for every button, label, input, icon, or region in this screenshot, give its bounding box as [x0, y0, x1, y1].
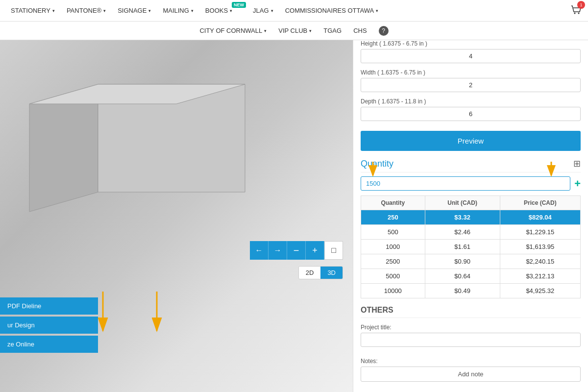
nav-commissionaires[interactable]: COMMISSIONAIRES OTTAWA ▾: [279, 0, 385, 21]
price-cell: $2,240.15: [500, 254, 580, 269]
depth-field-group: Depth ( 1.6375 - 11.8 in ): [361, 98, 581, 121]
add-note-button[interactable]: Add note: [361, 367, 581, 382]
project-title-input[interactable]: [361, 333, 581, 347]
chevron-down-icon: ▾: [230, 8, 232, 13]
notes-label: Notes:: [361, 358, 581, 365]
grid-icon[interactable]: ⊞: [573, 158, 581, 169]
toggle-3d[interactable]: 3D: [320, 267, 343, 279]
table-row[interactable]: 2500 $0.90 $2,240.15: [361, 254, 581, 269]
second-navigation: CITY OF CORNWALL ▾ VIP CLUB ▾ TGAG CHS ?: [0, 22, 588, 40]
svg-point-1: [578, 13, 580, 14]
chevron-down-icon: ▾: [148, 8, 151, 13]
product-preview-panel: ← → − + □ 2D 3D PDF Dieline ur Design ze…: [0, 40, 353, 392]
width-field-group: Width ( 1.6375 - 6.75 in ): [361, 69, 581, 92]
new-badge: NEW: [232, 2, 246, 8]
chevron-down-icon: ▾: [264, 28, 267, 33]
cart-button[interactable]: 1: [569, 3, 583, 18]
quantity-input-section: +: [361, 176, 581, 191]
nav-cornwall[interactable]: CITY OF CORNWALL ▾: [194, 22, 272, 40]
nav-jlag[interactable]: JLAG ▾: [247, 0, 279, 21]
nav-stationery[interactable]: STATIONERY ▾: [5, 0, 61, 21]
action-buttons-panel: PDF Dieline ur Design ze Online: [0, 297, 98, 353]
price-cell: $829.04: [500, 210, 580, 225]
height-label: Height ( 1.6375 - 6.75 in ): [361, 40, 581, 47]
customize-online-button[interactable]: ze Online: [0, 336, 98, 353]
quantity-input[interactable]: [361, 176, 570, 191]
forward-button[interactable]: →: [269, 241, 287, 260]
nav-signage[interactable]: SIGNAGE ▾: [112, 0, 157, 21]
qty-cell: 2500: [361, 254, 425, 269]
pdf-dieline-button[interactable]: PDF Dieline: [0, 297, 98, 315]
price-cell: $1,229.15: [500, 225, 580, 240]
table-row[interactable]: 1000 $1.61 $1,613.95: [361, 240, 581, 254]
chevron-down-icon: ▾: [191, 8, 194, 13]
nav-chs[interactable]: CHS: [347, 22, 372, 40]
chevron-down-icon: ▾: [103, 8, 106, 13]
chevron-down-icon: ▾: [271, 8, 273, 13]
nav-vip-club[interactable]: VIP CLUB ▾: [272, 22, 318, 40]
preview-toolbar: ← → − + □: [250, 241, 343, 260]
unit-cell: $3.32: [425, 210, 500, 225]
qty-cell: 10000: [361, 284, 425, 298]
table-row[interactable]: 250 $3.32 $829.04: [361, 210, 581, 225]
nav-tgag[interactable]: TGAG: [318, 22, 347, 40]
view-toggle: 2D 3D: [298, 266, 343, 279]
svg-point-0: [574, 13, 576, 14]
qty-cell: 500: [361, 225, 425, 240]
nav-pantone[interactable]: PANTONE® ▾: [61, 0, 112, 21]
nav-books[interactable]: BOOKS ▾ NEW: [199, 0, 247, 21]
depth-label: Depth ( 1.6375 - 11.8 in ): [361, 98, 581, 105]
box-svg: [0, 45, 343, 241]
others-title: OTHERS: [361, 306, 581, 318]
right-panel: Height ( 1.6375 - 6.75 in ) Width ( 1.63…: [353, 40, 588, 392]
unit-cell: $0.90: [425, 254, 500, 269]
toggle-2d[interactable]: 2D: [299, 267, 321, 279]
others-section: OTHERS Project title: Notes: Add note op…: [361, 306, 581, 392]
zoom-out-button[interactable]: −: [287, 241, 306, 260]
table-row[interactable]: 5000 $0.64 $3,212.13: [361, 269, 581, 284]
qty-cell: 5000: [361, 269, 425, 284]
table-row[interactable]: 500 $2.46 $1,229.15: [361, 225, 581, 240]
quantity-input-row: +: [361, 176, 581, 191]
quantity-title: Quantity: [361, 159, 393, 169]
project-title-group: Project title:: [361, 324, 581, 352]
width-input[interactable]: [361, 78, 581, 92]
top-navigation: STATIONERY ▾ PANTONE® ▾ SIGNAGE ▾ MAILIN…: [0, 0, 588, 22]
width-label: Width ( 1.6375 - 6.75 in ): [361, 69, 581, 76]
nav-help[interactable]: ?: [373, 22, 394, 40]
price-cell: $4,925.32: [500, 284, 580, 298]
chevron-down-icon: ▾: [309, 28, 312, 33]
zoom-in-button[interactable]: +: [306, 241, 324, 260]
price-cell: $1,613.95: [500, 240, 580, 254]
height-field-group: Height ( 1.6375 - 6.75 in ): [361, 40, 581, 63]
back-button[interactable]: ←: [250, 241, 269, 260]
col-price: Price (CAD): [500, 196, 580, 210]
price-cell: $3,212.13: [500, 269, 580, 284]
depth-input[interactable]: [361, 107, 581, 121]
qty-cell: 1000: [361, 240, 425, 254]
main-content: ← → − + □ 2D 3D PDF Dieline ur Design ze…: [0, 40, 588, 392]
fullscreen-button[interactable]: □: [324, 241, 343, 260]
unit-cell: $1.61: [425, 240, 500, 254]
unit-cell: $2.46: [425, 225, 500, 240]
table-row[interactable]: 10000 $0.49 $4,925.32: [361, 284, 581, 298]
add-quantity-button[interactable]: +: [574, 178, 581, 189]
chevron-down-icon: ▾: [52, 8, 55, 13]
upload-design-button[interactable]: ur Design: [0, 317, 98, 334]
quantity-header: Quantity ⊞: [361, 158, 581, 172]
nav-mailing[interactable]: MAILING ▾: [157, 0, 199, 21]
height-input[interactable]: [361, 49, 581, 63]
unit-cell: $0.64: [425, 269, 500, 284]
notes-group: Notes: Add note: [361, 358, 581, 387]
chevron-down-icon: ▾: [376, 8, 378, 13]
project-title-label: Project title:: [361, 324, 581, 331]
qty-cell: 250: [361, 210, 425, 225]
unit-cell: $0.49: [425, 284, 500, 298]
cart-count: 1: [577, 1, 585, 9]
price-table: Quantity Unit (CAD) Price (CAD) 250 $3.3…: [361, 196, 581, 298]
preview-button[interactable]: Preview: [361, 131, 581, 151]
col-quantity: Quantity: [361, 196, 425, 210]
col-unit: Unit (CAD): [425, 196, 500, 210]
